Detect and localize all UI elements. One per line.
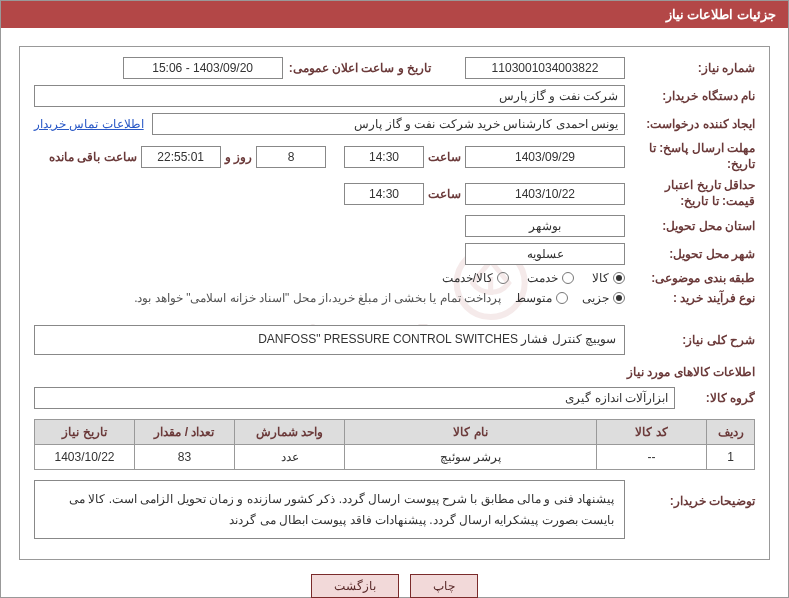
col-qty: تعداد / مقدار xyxy=(135,420,235,445)
buyer-notes-label: توضیحات خریدار: xyxy=(625,480,755,508)
radio-service[interactable]: خدمت xyxy=(527,271,574,285)
radio-icon xyxy=(497,272,509,284)
radio-icon xyxy=(613,272,625,284)
min-validity-date: 1403/10/22 xyxy=(465,183,625,205)
hour-label-1: ساعت xyxy=(424,150,465,164)
goods-table: ردیف کد کالا نام کالا واحد شمارش تعداد /… xyxy=(34,419,755,470)
payment-note: پرداخت تمام یا بخشی از مبلغ خرید،از محل … xyxy=(134,291,501,305)
buyer-contact-link[interactable]: اطلاعات تماس خریدار xyxy=(34,117,144,131)
days-remaining: 8 xyxy=(256,146,326,168)
announce-label: تاریخ و ساعت اعلان عمومی: xyxy=(283,61,437,75)
days-suffix: روز و xyxy=(221,150,256,164)
process-label: نوع فرآیند خرید : xyxy=(625,291,755,305)
requestor-label: ایجاد کننده درخواست: xyxy=(625,117,755,131)
delivery-province: بوشهر xyxy=(465,215,625,237)
total-desc: DANFOSS" PRESSURE CONTROL SWITCHES سوییچ… xyxy=(34,325,625,355)
goods-group-label: گروه کالا: xyxy=(675,391,755,405)
remaining-suffix: ساعت باقی مانده xyxy=(45,150,141,164)
clock-remaining: 22:55:01 xyxy=(141,146,221,168)
min-validity-time: 14:30 xyxy=(344,183,424,205)
requestor-value: یونس احمدی کارشناس خرید شرکت نفت و گاز پ… xyxy=(152,113,625,135)
back-button[interactable]: بازگشت xyxy=(311,574,399,598)
buyer-org-value: شرکت نفت و گاز پارس xyxy=(34,85,625,107)
radio-partial[interactable]: جزیی xyxy=(582,291,625,305)
goods-group: ابزارآلات اندازه گیری xyxy=(34,387,675,409)
radio-goods[interactable]: کالا xyxy=(592,271,625,285)
hour-label-2: ساعت xyxy=(424,187,465,201)
deadline-label: مهلت ارسال پاسخ: تا تاریخ: xyxy=(625,141,755,172)
goods-section-title: اطلاعات کالاهای مورد نیاز xyxy=(34,365,755,379)
delivery-city: عسلویه xyxy=(465,243,625,265)
col-row: ردیف xyxy=(707,420,755,445)
radio-icon xyxy=(556,292,568,304)
announce-value: 1403/09/20 - 15:06 xyxy=(123,57,283,79)
col-code: کد کالا xyxy=(597,420,707,445)
col-name: نام کالا xyxy=(345,420,597,445)
category-label: طبقه بندی موضوعی: xyxy=(625,271,755,285)
col-date: تاریخ نیاز xyxy=(35,420,135,445)
print-button[interactable]: چاپ xyxy=(410,574,478,598)
radio-icon xyxy=(562,272,574,284)
page-title: جزئیات اطلاعات نیاز xyxy=(1,1,788,28)
need-number-label: شماره نیاز: xyxy=(625,61,755,75)
buyer-notes: پیشنهاد فنی و مالی مطابق با شرح پیوست ار… xyxy=(34,480,625,539)
delivery-city-label: شهر محل تحویل: xyxy=(625,247,755,261)
radio-icon xyxy=(613,292,625,304)
deadline-date: 1403/09/29 xyxy=(465,146,625,168)
deadline-time: 14:30 xyxy=(344,146,424,168)
buyer-org-label: نام دستگاه خریدار: xyxy=(625,89,755,103)
radio-medium[interactable]: متوسط xyxy=(515,291,568,305)
table-row: 1 -- پرشر سوئیچ عدد 83 1403/10/22 xyxy=(35,445,755,470)
need-number-value: 1103001034003822 xyxy=(465,57,625,79)
col-unit: واحد شمارش xyxy=(235,420,345,445)
total-desc-label: شرح کلی نیاز: xyxy=(625,333,755,347)
delivery-province-label: استان محل تحویل: xyxy=(625,219,755,233)
radio-goods-service[interactable]: کالا/خدمت xyxy=(442,271,509,285)
min-validity-label: حداقل تاریخ اعتبار قیمت: تا تاریخ: xyxy=(625,178,755,209)
